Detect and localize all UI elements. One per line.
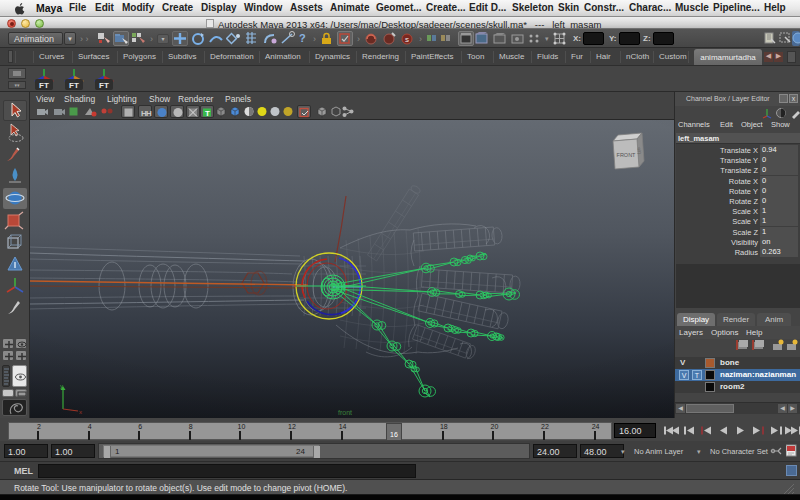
svg-text:s: s	[405, 35, 409, 44]
svg-text:FT: FT	[69, 81, 79, 90]
svg-text:y: y	[60, 383, 63, 389]
svg-text:front: front	[338, 409, 352, 416]
svg-text:H: H	[146, 109, 152, 118]
svg-text:FRONT: FRONT	[617, 152, 637, 158]
svg-text:T: T	[205, 109, 210, 118]
svg-text:x: x	[79, 409, 82, 415]
svg-text:FT: FT	[39, 81, 49, 90]
svg-text:FT: FT	[99, 81, 109, 90]
